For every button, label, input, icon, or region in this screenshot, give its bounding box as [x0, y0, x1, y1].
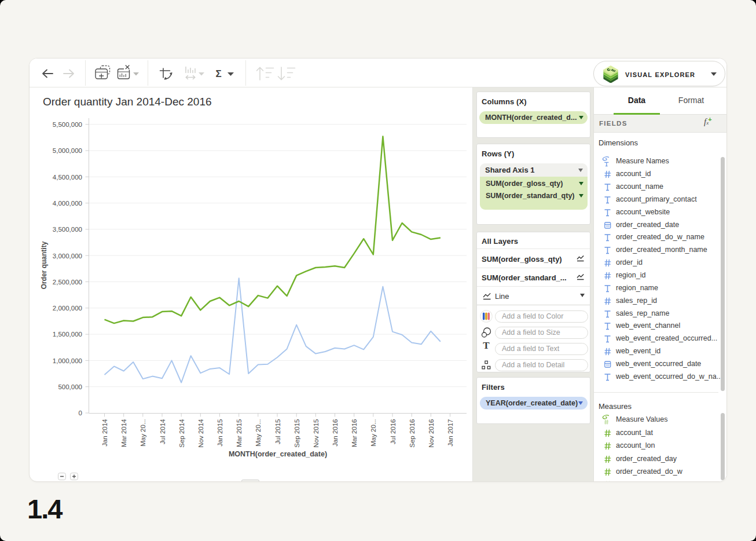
svg-text:4,500,000: 4,500,000	[53, 174, 82, 181]
svg-text:Jan 2017: Jan 2017	[447, 419, 454, 447]
svg-text:May 20...: May 20...	[140, 419, 146, 447]
svg-text:5,500,000: 5,500,000	[53, 121, 82, 128]
svg-text:3,500,000: 3,500,000	[53, 226, 82, 233]
svg-text:May 20...: May 20...	[370, 419, 377, 447]
svg-text:4,000,000: 4,000,000	[53, 200, 82, 207]
svg-text:Order quantity: Order quantity	[40, 241, 48, 289]
svg-text:Sep 2014: Sep 2014	[178, 419, 185, 448]
svg-text:Jul 2015: Jul 2015	[274, 419, 281, 444]
svg-text:3,000,000: 3,000,000	[53, 253, 82, 259]
svg-text:Nov 2016: Nov 2016	[428, 419, 435, 448]
svg-text:2,500,000: 2,500,000	[53, 279, 82, 286]
svg-text:Nov 2015: Nov 2015	[313, 419, 320, 448]
svg-text:Mar 2015: Mar 2015	[236, 419, 243, 448]
svg-text:Jul 2014: Jul 2014	[159, 419, 166, 444]
svg-text:5,000,000: 5,000,000	[53, 147, 82, 154]
svg-text:2,000,000: 2,000,000	[53, 305, 82, 312]
svg-text:Jul 2016: Jul 2016	[390, 419, 397, 444]
svg-text:Nov 2014: Nov 2014	[197, 419, 204, 448]
svg-text:Jan 2014: Jan 2014	[101, 419, 108, 447]
svg-text:Σ: Σ	[216, 68, 222, 79]
svg-text:0: 0	[79, 410, 82, 416]
svg-text:1,000,000: 1,000,000	[53, 357, 82, 364]
svg-text:May 20...: May 20...	[255, 419, 262, 447]
svg-text:MONTH(order_created_date): MONTH(order_created_date)	[229, 450, 327, 458]
svg-text:Sep 2015: Sep 2015	[293, 419, 300, 448]
svg-text:Jan 2015: Jan 2015	[216, 419, 223, 447]
svg-text:Sep 2016: Sep 2016	[409, 419, 416, 448]
svg-text:Mar 2016: Mar 2016	[351, 419, 358, 448]
svg-text:1,500,000: 1,500,000	[53, 331, 82, 338]
svg-text:500,000: 500,000	[58, 383, 82, 390]
svg-text:Jan 2016: Jan 2016	[332, 419, 339, 447]
svg-text:Mar 2014: Mar 2014	[120, 419, 127, 447]
